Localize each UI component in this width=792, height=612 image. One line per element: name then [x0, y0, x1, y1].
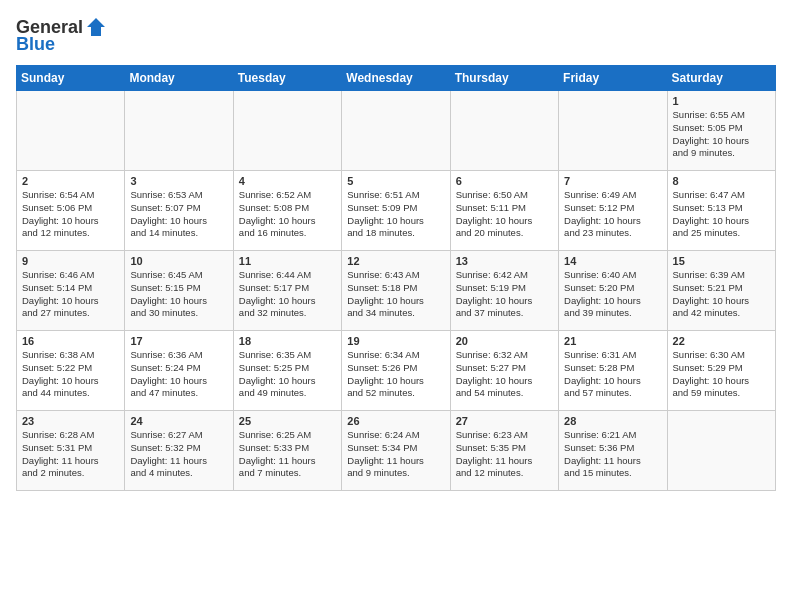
calendar-cell: 7Sunrise: 6:49 AM Sunset: 5:12 PM Daylig…: [559, 171, 667, 251]
day-number: 4: [239, 175, 336, 187]
calendar-week-2: 2Sunrise: 6:54 AM Sunset: 5:06 PM Daylig…: [17, 171, 776, 251]
calendar-cell: 12Sunrise: 6:43 AM Sunset: 5:18 PM Dayli…: [342, 251, 450, 331]
day-number: 3: [130, 175, 227, 187]
calendar-cell: 15Sunrise: 6:39 AM Sunset: 5:21 PM Dayli…: [667, 251, 775, 331]
calendar-cell: 2Sunrise: 6:54 AM Sunset: 5:06 PM Daylig…: [17, 171, 125, 251]
day-info: Sunrise: 6:51 AM Sunset: 5:09 PM Dayligh…: [347, 189, 444, 240]
day-number: 9: [22, 255, 119, 267]
day-info: Sunrise: 6:32 AM Sunset: 5:27 PM Dayligh…: [456, 349, 553, 400]
calendar-cell: 5Sunrise: 6:51 AM Sunset: 5:09 PM Daylig…: [342, 171, 450, 251]
calendar-cell: 22Sunrise: 6:30 AM Sunset: 5:29 PM Dayli…: [667, 331, 775, 411]
day-info: Sunrise: 6:53 AM Sunset: 5:07 PM Dayligh…: [130, 189, 227, 240]
calendar-cell: 14Sunrise: 6:40 AM Sunset: 5:20 PM Dayli…: [559, 251, 667, 331]
day-info: Sunrise: 6:35 AM Sunset: 5:25 PM Dayligh…: [239, 349, 336, 400]
calendar-cell: 4Sunrise: 6:52 AM Sunset: 5:08 PM Daylig…: [233, 171, 341, 251]
day-number: 21: [564, 335, 661, 347]
calendar-week-4: 16Sunrise: 6:38 AM Sunset: 5:22 PM Dayli…: [17, 331, 776, 411]
calendar-cell: 23Sunrise: 6:28 AM Sunset: 5:31 PM Dayli…: [17, 411, 125, 491]
day-number: 17: [130, 335, 227, 347]
day-info: Sunrise: 6:55 AM Sunset: 5:05 PM Dayligh…: [673, 109, 770, 160]
weekday-header-wednesday: Wednesday: [342, 66, 450, 91]
day-info: Sunrise: 6:52 AM Sunset: 5:08 PM Dayligh…: [239, 189, 336, 240]
day-info: Sunrise: 6:50 AM Sunset: 5:11 PM Dayligh…: [456, 189, 553, 240]
day-number: 20: [456, 335, 553, 347]
day-info: Sunrise: 6:31 AM Sunset: 5:28 PM Dayligh…: [564, 349, 661, 400]
day-info: Sunrise: 6:34 AM Sunset: 5:26 PM Dayligh…: [347, 349, 444, 400]
calendar-cell: [17, 91, 125, 171]
logo: General Blue: [16, 16, 107, 55]
day-number: 23: [22, 415, 119, 427]
day-info: Sunrise: 6:25 AM Sunset: 5:33 PM Dayligh…: [239, 429, 336, 480]
day-info: Sunrise: 6:54 AM Sunset: 5:06 PM Dayligh…: [22, 189, 119, 240]
calendar-cell: [559, 91, 667, 171]
calendar-cell: 21Sunrise: 6:31 AM Sunset: 5:28 PM Dayli…: [559, 331, 667, 411]
logo-icon: [85, 16, 107, 38]
day-number: 2: [22, 175, 119, 187]
day-info: Sunrise: 6:24 AM Sunset: 5:34 PM Dayligh…: [347, 429, 444, 480]
calendar-cell: 20Sunrise: 6:32 AM Sunset: 5:27 PM Dayli…: [450, 331, 558, 411]
day-info: Sunrise: 6:46 AM Sunset: 5:14 PM Dayligh…: [22, 269, 119, 320]
day-info: Sunrise: 6:36 AM Sunset: 5:24 PM Dayligh…: [130, 349, 227, 400]
calendar-week-5: 23Sunrise: 6:28 AM Sunset: 5:31 PM Dayli…: [17, 411, 776, 491]
calendar-week-3: 9Sunrise: 6:46 AM Sunset: 5:14 PM Daylig…: [17, 251, 776, 331]
calendar-cell: 10Sunrise: 6:45 AM Sunset: 5:15 PM Dayli…: [125, 251, 233, 331]
calendar-cell: 13Sunrise: 6:42 AM Sunset: 5:19 PM Dayli…: [450, 251, 558, 331]
calendar-week-1: 1Sunrise: 6:55 AM Sunset: 5:05 PM Daylig…: [17, 91, 776, 171]
calendar-cell: 27Sunrise: 6:23 AM Sunset: 5:35 PM Dayli…: [450, 411, 558, 491]
calendar-cell: 25Sunrise: 6:25 AM Sunset: 5:33 PM Dayli…: [233, 411, 341, 491]
day-number: 7: [564, 175, 661, 187]
calendar-cell: 9Sunrise: 6:46 AM Sunset: 5:14 PM Daylig…: [17, 251, 125, 331]
calendar-cell: 11Sunrise: 6:44 AM Sunset: 5:17 PM Dayli…: [233, 251, 341, 331]
calendar-cell: 1Sunrise: 6:55 AM Sunset: 5:05 PM Daylig…: [667, 91, 775, 171]
weekday-header-friday: Friday: [559, 66, 667, 91]
calendar-cell: 18Sunrise: 6:35 AM Sunset: 5:25 PM Dayli…: [233, 331, 341, 411]
weekday-header-sunday: Sunday: [17, 66, 125, 91]
day-info: Sunrise: 6:23 AM Sunset: 5:35 PM Dayligh…: [456, 429, 553, 480]
svg-marker-0: [87, 18, 105, 36]
day-number: 6: [456, 175, 553, 187]
calendar-table: SundayMondayTuesdayWednesdayThursdayFrid…: [16, 65, 776, 491]
day-number: 26: [347, 415, 444, 427]
logo-blue: Blue: [16, 34, 55, 55]
page-header: General Blue: [16, 16, 776, 55]
weekday-header-tuesday: Tuesday: [233, 66, 341, 91]
calendar-cell: [233, 91, 341, 171]
day-number: 1: [673, 95, 770, 107]
calendar-cell: 28Sunrise: 6:21 AM Sunset: 5:36 PM Dayli…: [559, 411, 667, 491]
calendar-cell: 19Sunrise: 6:34 AM Sunset: 5:26 PM Dayli…: [342, 331, 450, 411]
day-number: 12: [347, 255, 444, 267]
calendar-cell: 3Sunrise: 6:53 AM Sunset: 5:07 PM Daylig…: [125, 171, 233, 251]
day-number: 16: [22, 335, 119, 347]
day-number: 13: [456, 255, 553, 267]
day-number: 10: [130, 255, 227, 267]
day-info: Sunrise: 6:49 AM Sunset: 5:12 PM Dayligh…: [564, 189, 661, 240]
day-info: Sunrise: 6:47 AM Sunset: 5:13 PM Dayligh…: [673, 189, 770, 240]
calendar-cell: 8Sunrise: 6:47 AM Sunset: 5:13 PM Daylig…: [667, 171, 775, 251]
day-number: 28: [564, 415, 661, 427]
day-info: Sunrise: 6:40 AM Sunset: 5:20 PM Dayligh…: [564, 269, 661, 320]
calendar-cell: [342, 91, 450, 171]
day-number: 27: [456, 415, 553, 427]
day-info: Sunrise: 6:28 AM Sunset: 5:31 PM Dayligh…: [22, 429, 119, 480]
calendar-cell: [450, 91, 558, 171]
weekday-header-saturday: Saturday: [667, 66, 775, 91]
calendar-cell: [125, 91, 233, 171]
day-info: Sunrise: 6:27 AM Sunset: 5:32 PM Dayligh…: [130, 429, 227, 480]
day-number: 15: [673, 255, 770, 267]
day-number: 5: [347, 175, 444, 187]
calendar-cell: 6Sunrise: 6:50 AM Sunset: 5:11 PM Daylig…: [450, 171, 558, 251]
weekday-header-thursday: Thursday: [450, 66, 558, 91]
day-number: 8: [673, 175, 770, 187]
day-number: 14: [564, 255, 661, 267]
day-number: 25: [239, 415, 336, 427]
calendar-cell: 24Sunrise: 6:27 AM Sunset: 5:32 PM Dayli…: [125, 411, 233, 491]
calendar-cell: [667, 411, 775, 491]
calendar-cell: 16Sunrise: 6:38 AM Sunset: 5:22 PM Dayli…: [17, 331, 125, 411]
day-number: 11: [239, 255, 336, 267]
day-info: Sunrise: 6:45 AM Sunset: 5:15 PM Dayligh…: [130, 269, 227, 320]
day-number: 22: [673, 335, 770, 347]
weekday-header-row: SundayMondayTuesdayWednesdayThursdayFrid…: [17, 66, 776, 91]
day-info: Sunrise: 6:43 AM Sunset: 5:18 PM Dayligh…: [347, 269, 444, 320]
day-info: Sunrise: 6:42 AM Sunset: 5:19 PM Dayligh…: [456, 269, 553, 320]
day-info: Sunrise: 6:21 AM Sunset: 5:36 PM Dayligh…: [564, 429, 661, 480]
